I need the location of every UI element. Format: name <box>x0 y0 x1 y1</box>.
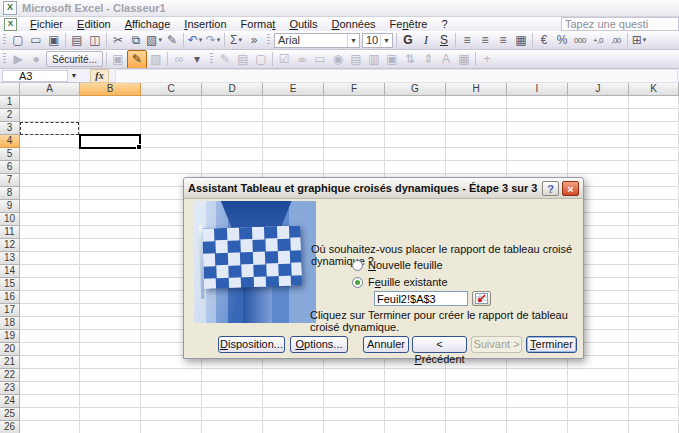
cell-G4[interactable] <box>385 135 446 148</box>
chevron-down-icon[interactable]: ▼ <box>347 34 359 47</box>
cell-H3[interactable] <box>446 122 507 135</box>
cell-K23[interactable] <box>629 382 679 395</box>
cell-I22[interactable] <box>507 369 568 382</box>
fill-handle[interactable] <box>136 144 142 150</box>
combobox-control-icon[interactable]: ▥ <box>365 51 383 68</box>
row-header-1[interactable]: 1 <box>0 96 20 109</box>
cell-G22[interactable] <box>385 369 446 382</box>
cell-D5[interactable] <box>202 148 263 161</box>
cell-K21[interactable] <box>629 356 679 369</box>
cell-B24[interactable] <box>80 395 141 408</box>
menu-item-insertion[interactable]: Insertion <box>177 18 233 30</box>
cell-G24[interactable] <box>385 395 446 408</box>
cell-A16[interactable] <box>20 291 80 304</box>
cell-C23[interactable] <box>141 382 202 395</box>
label-control-icon[interactable]: A <box>437 51 455 68</box>
cell-A4[interactable] <box>20 135 80 148</box>
cell-E2[interactable] <box>263 109 324 122</box>
cell-E6[interactable] <box>263 161 324 174</box>
menu-item-donnes[interactable]: Données <box>325 18 383 30</box>
cell-B14[interactable] <box>80 265 141 278</box>
cell-D24[interactable] <box>202 395 263 408</box>
cell-K12[interactable] <box>629 239 679 252</box>
column-header-K[interactable]: K <box>629 83 679 96</box>
column-header-D[interactable]: D <box>202 83 263 96</box>
cell-F5[interactable] <box>324 148 385 161</box>
cell-B2[interactable] <box>80 109 141 122</box>
cell-K9[interactable] <box>629 200 679 213</box>
cell-D22[interactable] <box>202 369 263 382</box>
paste-icon[interactable]: ▧▾ <box>145 32 163 49</box>
cell-A23[interactable] <box>20 382 80 395</box>
cell-F23[interactable] <box>324 382 385 395</box>
row-header-10[interactable]: 10 <box>0 213 20 226</box>
cell-G2[interactable] <box>385 109 446 122</box>
thousands-style-icon[interactable]: 000 <box>571 32 589 49</box>
menu-item-edition[interactable]: Edition <box>70 18 118 30</box>
cell-I4[interactable] <box>507 135 568 148</box>
cell-H1[interactable] <box>446 96 507 109</box>
cell-B1[interactable] <box>80 96 141 109</box>
cell-E1[interactable] <box>263 96 324 109</box>
borders-icon[interactable]: ⊞▾ <box>630 32 648 49</box>
script-editor-icon[interactable]: ▧ <box>147 51 165 68</box>
print-preview-icon[interactable]: ◫ <box>86 32 104 49</box>
properties-icon[interactable]: ▤ <box>234 51 252 68</box>
cell-A8[interactable] <box>20 187 80 200</box>
cut-icon[interactable]: ✂ <box>109 32 127 49</box>
cell-K2[interactable] <box>629 109 679 122</box>
row-header-15[interactable]: 15 <box>0 278 20 291</box>
type-a-question-box[interactable]: Tapez une questi <box>561 17 679 31</box>
cell-H25[interactable] <box>446 408 507 421</box>
cell-H24[interactable] <box>446 395 507 408</box>
cell-K4[interactable] <box>629 135 679 148</box>
row-header-7[interactable]: 7 <box>0 174 20 187</box>
cell-G26[interactable] <box>385 421 446 433</box>
cell-J22[interactable] <box>568 369 629 382</box>
cell-F3[interactable] <box>324 122 385 135</box>
cell-F1[interactable] <box>324 96 385 109</box>
cell-K16[interactable] <box>629 291 679 304</box>
toolbar-grip[interactable] <box>267 34 270 46</box>
row-header-5[interactable]: 5 <box>0 148 20 161</box>
cell-I23[interactable] <box>507 382 568 395</box>
cell-K25[interactable] <box>629 408 679 421</box>
dialog-title-bar[interactable]: Assistant Tableau et graphique croisés d… <box>184 178 583 199</box>
cell-C26[interactable] <box>141 421 202 433</box>
view-code-icon[interactable]: ▢ <box>252 51 270 68</box>
cell-A10[interactable] <box>20 213 80 226</box>
cell-B15[interactable] <box>80 278 141 291</box>
row-header-17[interactable]: 17 <box>0 304 20 317</box>
cell-E3[interactable] <box>263 122 324 135</box>
cell-K20[interactable] <box>629 343 679 356</box>
cell-A24[interactable] <box>20 395 80 408</box>
bold-icon[interactable]: G <box>399 32 417 49</box>
row-header-22[interactable]: 22 <box>0 369 20 382</box>
cell-F25[interactable] <box>324 408 385 421</box>
cell-E4[interactable] <box>263 135 324 148</box>
row-header-13[interactable]: 13 <box>0 252 20 265</box>
cell-K24[interactable] <box>629 395 679 408</box>
security-button[interactable]: Sécurité... <box>46 51 103 67</box>
cell-K11[interactable] <box>629 226 679 239</box>
cell-C5[interactable] <box>141 148 202 161</box>
cell-K14[interactable] <box>629 265 679 278</box>
align-center-icon[interactable]: ≡ <box>476 32 494 49</box>
cell-G23[interactable] <box>385 382 446 395</box>
insert-hyperlink-icon[interactable]: ∞ <box>170 51 188 68</box>
cell-C3[interactable] <box>141 122 202 135</box>
cell-C2[interactable] <box>141 109 202 122</box>
options-button[interactable]: Options... <box>290 336 348 353</box>
toolbar-grip[interactable] <box>3 34 6 46</box>
toolbar-overflow-icon[interactable]: » <box>245 32 263 49</box>
image-control-icon[interactable]: ▦ <box>455 51 473 68</box>
row-header-21[interactable]: 21 <box>0 356 20 369</box>
cell-J26[interactable] <box>568 421 629 433</box>
run-macro-icon[interactable]: ▶ <box>9 51 27 68</box>
cell-B22[interactable] <box>80 369 141 382</box>
cell-B20[interactable] <box>80 343 141 356</box>
row-header-18[interactable]: 18 <box>0 317 20 330</box>
cell-G6[interactable] <box>385 161 446 174</box>
cell-A19[interactable] <box>20 330 80 343</box>
cell-C22[interactable] <box>141 369 202 382</box>
